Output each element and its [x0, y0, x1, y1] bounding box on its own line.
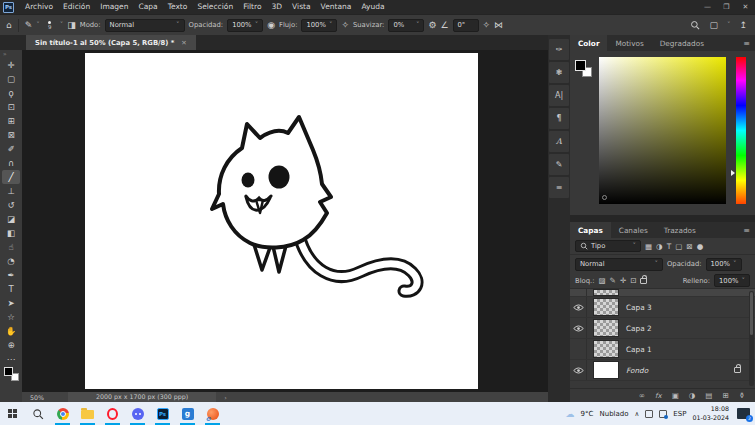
brush-tool-icon[interactable]: ✎ [25, 20, 33, 30]
restore-button[interactable]: ❐ [717, 0, 736, 14]
hue-slider-handle[interactable] [731, 170, 735, 176]
photoshop-app-icon[interactable]: Ps [3, 2, 14, 13]
menu-ayuda[interactable]: Ayuda [356, 0, 389, 14]
weather-icon[interactable]: ☁ [566, 409, 575, 419]
layer-row-capa-1[interactable]: Capa 1 [570, 339, 755, 360]
opera-icon[interactable] [100, 402, 125, 425]
layer-thumbnail[interactable] [593, 361, 619, 379]
path-selection-tool[interactable]: ➤ [2, 296, 20, 310]
tab-trazados[interactable]: Trazados [656, 222, 704, 238]
toolbar-collapse-icon[interactable]: » [0, 50, 7, 58]
menu-edicion[interactable]: Edición [58, 0, 95, 14]
share-icon[interactable]: ↥ [739, 20, 747, 30]
taskbar-search-button[interactable] [25, 402, 50, 425]
brushes-panel-icon[interactable]: ✑ [549, 39, 569, 60]
visibility-toggle[interactable] [570, 318, 587, 338]
menu-3d[interactable]: 3D [267, 0, 288, 14]
tool-presets-panel-icon[interactable]: ✎ [549, 154, 569, 175]
lock-paint-icon[interactable]: ✎ [610, 276, 616, 285]
layer-row-capa-3[interactable]: Capa 3 [570, 297, 755, 318]
brush-size-preview[interactable]: 9 [44, 21, 56, 30]
brush-settings-toggle-icon[interactable]: ◨ [67, 20, 76, 30]
color-picker-marker[interactable] [602, 195, 607, 200]
tab-motivos[interactable]: Motivos [607, 35, 651, 51]
frame-tool[interactable]: ⊠ [2, 128, 20, 142]
discord-icon[interactable] [125, 402, 150, 425]
lock-position-icon[interactable]: ✛ [620, 276, 626, 285]
lock-transparency-icon[interactable]: ▨ [598, 276, 605, 285]
panel-menu-icon[interactable]: ≡ [743, 35, 755, 51]
history-brush-tool[interactable]: ↺ [2, 198, 20, 212]
status-chevron-icon[interactable]: › [224, 394, 227, 401]
marquee-tool[interactable]: ▢ [2, 72, 20, 86]
filter-adjustment-layers-icon[interactable]: ◑ [656, 242, 663, 251]
layer-row-fondo[interactable]: Fondo [570, 360, 755, 381]
tab-degradados[interactable]: Degradados [652, 35, 712, 51]
layer-name[interactable]: Fondo [626, 366, 648, 375]
zoom-level[interactable]: 50% [30, 394, 68, 401]
menu-texto[interactable]: Texto [163, 0, 193, 14]
start-button[interactable] [0, 402, 25, 425]
character-panel-icon[interactable]: A| [549, 85, 569, 106]
layer-name[interactable]: Capa 3 [626, 303, 652, 312]
layer-group-icon[interactable]: ▤ [705, 391, 712, 400]
properties-panel-icon[interactable]: ≡ [549, 177, 569, 198]
visibility-toggle[interactable] [570, 339, 587, 359]
layer-row-capa-2[interactable]: Capa 2 [570, 318, 755, 339]
layer-thumbnail[interactable] [593, 289, 619, 296]
smoothing-gear-icon[interactable]: ⚙ [428, 20, 436, 30]
filter-smart-objects-icon[interactable]: ⊠ [686, 242, 692, 251]
tab-color[interactable]: Color [570, 35, 607, 51]
object-selection-tool[interactable]: ⊡ [2, 100, 20, 114]
chevron-down-icon[interactable]: ˇ [60, 21, 64, 29]
move-tool[interactable]: ✛ [2, 58, 20, 72]
language-indicator[interactable]: ESP [673, 410, 686, 418]
chrome-icon[interactable] [50, 402, 75, 425]
layer-effects-icon[interactable]: fx [655, 392, 662, 400]
pressure-opacity-icon[interactable]: ◉ [267, 20, 275, 30]
tab-capas[interactable]: Capas [570, 222, 611, 238]
pen-tool[interactable]: ✒ [2, 268, 20, 282]
blend-mode-dropdown[interactable]: Normal ˇ [105, 19, 185, 32]
file-explorer-icon[interactable] [75, 402, 100, 425]
tray-device-icon[interactable] [645, 410, 653, 418]
glyphs-panel-icon[interactable]: A [549, 131, 569, 152]
crop-tool[interactable]: ⊞ [2, 114, 20, 128]
weather-temp[interactable]: 9°C [581, 410, 594, 418]
tray-expand-icon[interactable]: ∧ [635, 410, 640, 418]
menu-seleccion[interactable]: Selección [192, 0, 238, 14]
lock-artboard-icon[interactable]: ⊡ [630, 276, 636, 285]
search-icon[interactable] [690, 20, 700, 30]
eraser-tool[interactable]: ◪ [2, 212, 20, 226]
saturation-brightness-field[interactable] [599, 57, 726, 204]
brush-tool[interactable]: ╱ [2, 170, 20, 184]
menu-imagen[interactable]: Imagen [95, 0, 133, 14]
delete-layer-icon[interactable]: ⚱ [739, 391, 745, 400]
menu-capa[interactable]: Capa [133, 0, 162, 14]
tray-network-icon[interactable] [659, 410, 667, 418]
menu-filtro[interactable]: Filtro [238, 0, 266, 14]
orange-app-icon[interactable] [200, 402, 225, 425]
layers-scrollbar[interactable] [749, 291, 754, 386]
layer-thumbnail[interactable] [593, 319, 619, 337]
menu-vista[interactable]: Vista [287, 0, 316, 14]
layers-blend-mode-dropdown[interactable]: Normal ˇ [575, 258, 663, 271]
layers-opacity-dropdown[interactable]: 100% ˇ [706, 258, 742, 271]
layer-thumbnail[interactable] [593, 340, 619, 358]
foreground-background-swatch[interactable] [575, 60, 592, 77]
layer-name[interactable]: Capa 1 [626, 345, 652, 354]
flow-dropdown[interactable]: 100% ˇ [301, 19, 337, 32]
notification-center-icon[interactable]: 2 [737, 408, 750, 419]
dodge-tool[interactable]: ◔ [2, 254, 20, 268]
smoothing-dropdown[interactable]: 0% ˇ [388, 19, 424, 32]
clone-stamp-tool[interactable]: ⊥ [2, 184, 20, 198]
lock-all-icon[interactable] [640, 278, 647, 284]
filter-toggle-icon[interactable]: ● [697, 242, 704, 251]
layer-name[interactable]: Capa 2 [626, 324, 652, 333]
smudge-tool[interactable]: ☝ [2, 240, 20, 254]
minimize-button[interactable]: — [698, 0, 717, 14]
filter-pixel-layers-icon[interactable]: ▦ [645, 242, 652, 251]
eyedropper-tool[interactable]: ✐ [2, 142, 20, 156]
panel-menu-icon[interactable]: ≡ [743, 222, 755, 238]
visibility-cell[interactable] [570, 289, 587, 296]
